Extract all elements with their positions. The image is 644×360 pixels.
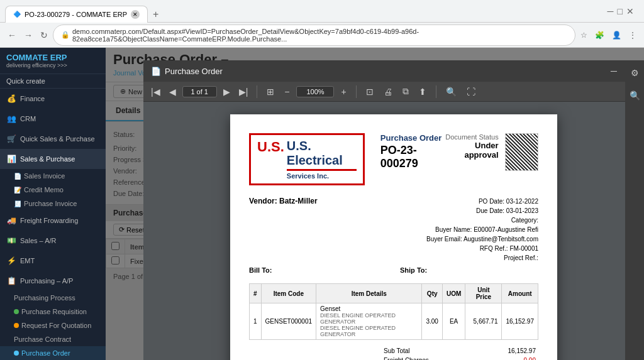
pdf-fit-page-button[interactable]: ⊡: [363, 85, 377, 99]
pdf-copy-button[interactable]: ⧉: [399, 84, 412, 99]
pdf-row-item-code: GENSET000001: [261, 303, 316, 340]
browser-tab[interactable]: 🔷 PO-23-000279 - COMMATE ERP ✕: [5, 6, 148, 23]
sidebar-sales-invoice-label: Sales Invoice: [24, 172, 65, 180]
pdf-download-button[interactable]: ⬆: [416, 85, 430, 99]
quick-sales-icon: 🛒: [6, 134, 16, 144]
sidebar-item-credit-memo[interactable]: 📝 Credit Memo: [0, 183, 106, 197]
sidebar-item-crm[interactable]: 👥 CRM: [0, 109, 106, 129]
pdf-due-date-label: Due Date:: [476, 207, 504, 214]
pdf-search-button[interactable]: 🔍: [443, 85, 460, 99]
sidebar: COMMATE ERP delivering efficiency >>> Qu…: [0, 48, 106, 360]
pdf-freight-value: 0.00: [524, 357, 536, 360]
sidebar-crm-label: CRM: [20, 115, 36, 123]
pdf-vendor-row: Vendor: Batz-Miller PO Date: 03-12-2022 …: [249, 197, 538, 263]
sidebar-item-quick-sales[interactable]: 🛒 Quick Sales & Purchase: [0, 129, 106, 149]
sidebar-item-emt[interactable]: ⚡ EMT: [0, 251, 106, 271]
sidebar-purchase-invoice-label: Purchase Invoice: [24, 200, 77, 207]
pdf-toolbar-separator-2: [356, 85, 357, 98]
modal-header: 📄 Purchase Order ─ ✕: [143, 60, 644, 82]
dot-blue: [14, 351, 19, 356]
pdf-totals: Sub Total 16,152.97 Freight Charges 0.00…: [381, 346, 538, 360]
extensions-icon[interactable]: 🧩: [592, 28, 607, 42]
pdf-modal: 📄 Purchase Order ─ ✕ |◀ ◀ ▶ ▶| ⊞ − +: [143, 60, 644, 360]
browser-nav-bar: ← → ↻ 🔒 demo.commaterp.com/Default.aspx#…: [0, 23, 644, 48]
pdf-subtotal-row: Sub Total 16,152.97: [381, 346, 538, 356]
pdf-col-qty: Qty: [422, 284, 442, 303]
pdf-prev-page-button[interactable]: ◀: [167, 85, 179, 98]
new-tab-button[interactable]: +: [148, 6, 164, 23]
sidebar-sales-purchase-label: Sales & Purchase: [20, 155, 75, 163]
back-button[interactable]: ←: [5, 28, 19, 43]
sidebar-item-purchase-order[interactable]: Purchase Order: [0, 346, 106, 360]
logo-text: COMMATE ERP: [6, 53, 99, 62]
pdf-po-details: PO Date: 03-12-2022 Due Date: 03-01-2023…: [426, 197, 538, 263]
pdf-search-sidebar-button[interactable]: 🔍: [627, 102, 643, 103]
profile-icon[interactable]: 👤: [609, 28, 624, 42]
sales-invoice-icon: 📄: [14, 173, 21, 180]
sidebar-item-purchasing-process[interactable]: Purchasing Process: [0, 291, 106, 305]
pdf-row-item-details: Genset DIESEL ENGINE OPERATED GENERATOR …: [316, 303, 422, 340]
modal-minimize-button[interactable]: ─: [608, 64, 620, 78]
pdf-project-ref: Project Ref.:: [426, 253, 538, 263]
tab-favicon: 🔷: [13, 11, 21, 18]
pdf-buyer-name-value: E00007-Augustine Refi: [474, 226, 538, 233]
address-bar[interactable]: 🔒 demo.commaterp.com/Default.aspx#ViewID…: [53, 25, 575, 46]
pdf-settings-panel: ⚙ 🔍: [625, 102, 644, 360]
pdf-last-page-button[interactable]: ▶|: [236, 85, 251, 98]
tab-close-icon[interactable]: ✕: [131, 10, 140, 19]
sales-purchase-icon: 📊: [6, 154, 16, 164]
sidebar-item-sales-purchase[interactable]: 📊 Sales & Purchase: [0, 149, 106, 169]
pdf-zoom-out-button[interactable]: −: [281, 85, 292, 99]
browser-tab-bar: 🔷 PO-23-000279 - COMMATE ERP ✕ + ─ □ ✕: [0, 0, 644, 23]
sidebar-item-purchase-invoice[interactable]: 🧾 Purchase Invoice: [0, 197, 106, 210]
pdf-buyer-name-label: Buyer Name:: [435, 226, 472, 233]
pdf-category: Category:: [426, 215, 538, 225]
sidebar-item-purchase-req[interactable]: Purchase Requisition: [0, 305, 106, 319]
quick-create-button[interactable]: Quick create: [0, 74, 106, 89]
sidebar-item-purchasing-ap[interactable]: 📋 Purchasing – A/P: [0, 271, 106, 291]
menu-icon[interactable]: ⋮: [626, 28, 639, 42]
dot-green: [14, 309, 19, 314]
pdf-print-button[interactable]: 🖨: [380, 85, 396, 99]
maximize-icon[interactable]: □: [618, 6, 623, 16]
qr-code: [505, 133, 538, 171]
sidebar-item-finance[interactable]: 💰 Finance: [0, 89, 106, 109]
minimize-icon[interactable]: ─: [608, 6, 614, 16]
browser-chrome: 🔷 PO-23-000279 - COMMATE ERP ✕ + ─ □ ✕ ←…: [0, 0, 644, 48]
forward-button[interactable]: →: [21, 28, 35, 43]
refresh-button[interactable]: ↻: [38, 28, 50, 43]
sidebar-logo: COMMATE ERP delivering efficiency >>>: [0, 48, 106, 74]
pdf-col-unit-price: Unit Price: [465, 284, 502, 303]
lock-icon: 🔒: [61, 31, 70, 39]
pdf-next-page-button[interactable]: ▶: [221, 85, 233, 98]
pdf-ship-to: Ship To:: [400, 266, 538, 276]
sidebar-credit-memo-label: Credit Memo: [24, 186, 64, 194]
pdf-toolbar: |◀ ◀ ▶ ▶| ⊞ − + ⊡ 🖨 ⧉ ⬆ 🔍 ⛶: [143, 82, 644, 102]
sidebar-item-freight[interactable]: 🚚 Freight Frowarding: [0, 210, 106, 231]
emt-icon: ⚡: [6, 256, 16, 266]
pdf-grid-view-button[interactable]: ⊞: [264, 85, 277, 99]
sidebar-item-rfq[interactable]: Request For Quotation: [0, 319, 106, 332]
pdf-rfq-ref-value: FM-00001: [509, 245, 538, 252]
pdf-po-number: PO-23-000279: [380, 144, 445, 170]
purchasing-ap-icon: 📋: [6, 276, 16, 286]
pdf-zoom-input[interactable]: [296, 86, 334, 97]
sidebar-freight-label: Freight Frowarding: [20, 217, 78, 224]
pdf-zoom-in-button[interactable]: +: [338, 85, 349, 99]
pdf-first-page-button[interactable]: |◀: [148, 85, 163, 98]
close-icon[interactable]: ✕: [626, 6, 634, 16]
freight-icon: 🚚: [6, 215, 16, 226]
credit-memo-icon: 📝: [14, 187, 21, 194]
sidebar-item-sales-invoice[interactable]: 📄 Sales Invoice: [0, 169, 106, 183]
pdf-row-num: 1: [250, 303, 262, 340]
pdf-fullscreen-button[interactable]: ⛶: [464, 85, 479, 99]
star-icon[interactable]: ☆: [578, 28, 590, 42]
pdf-logo-area: U.S. U.S. Electrical Services Inc.: [249, 133, 445, 185]
sidebar-item-purchase-contract[interactable]: Purchase Contract: [0, 332, 106, 346]
pdf-doc-status-value: Under approval: [445, 141, 498, 160]
pdf-buyer-email-value: Augustine@Tenbitsoft.com: [464, 236, 538, 243]
pdf-page: U.S. U.S. Electrical Services Inc.: [230, 114, 557, 360]
pdf-page-input[interactable]: [182, 86, 217, 97]
sidebar-item-sales-ar[interactable]: 💵 Sales – A/R: [0, 231, 106, 251]
modal-title-text: Purchase Order: [165, 67, 223, 76]
